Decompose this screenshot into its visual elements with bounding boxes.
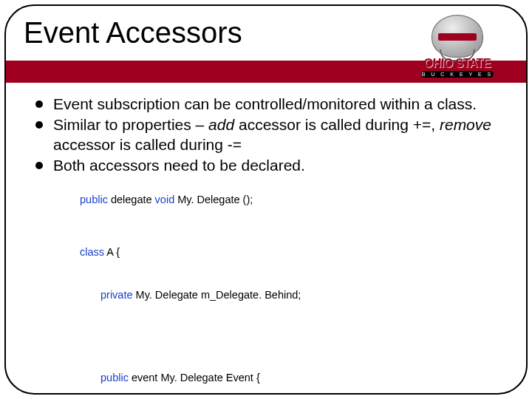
bullet-2-text-b: accessor is called during +=, xyxy=(234,116,440,133)
code-line-3: private My. Delegate m_Delegate. Behind; xyxy=(80,288,504,303)
code-blank xyxy=(80,332,504,342)
bullet-2-text-a: Similar to properties – xyxy=(53,116,208,133)
bullet-2-text-c: accessor is called during -= xyxy=(53,136,242,153)
logo-line2: B U C K E Y E S xyxy=(421,71,494,78)
bullet-3-text: Both accessors need to be declared. xyxy=(53,157,305,174)
slide-frame: Event Accessors OHIO STATE B U C K E Y E… xyxy=(4,4,528,395)
helmet-icon xyxy=(432,15,483,58)
bullet-1: Event subscription can be controlled/mon… xyxy=(35,95,504,114)
bullet-1-text: Event subscription can be controlled/mon… xyxy=(53,95,477,112)
bullet-2: Similar to properties – add accessor is … xyxy=(35,115,504,154)
bullet-2-remove: remove xyxy=(440,116,491,133)
bullet-list: Event subscription can be controlled/mon… xyxy=(35,95,504,175)
code-line-1: public delegate void My. Delegate (); xyxy=(80,193,504,208)
ohio-state-logo: OHIO STATE B U C K E Y E S xyxy=(402,13,513,80)
bullet-3: Both accessors need to be declared. xyxy=(35,156,504,175)
logo-text: OHIO STATE B U C K E Y E S xyxy=(402,58,513,78)
content-area: Event subscription can be controlled/mon… xyxy=(35,95,504,395)
logo-line1: OHIO STATE xyxy=(402,58,513,69)
code-area: public delegate void My. Delegate (); cl… xyxy=(80,193,504,395)
code-line-2: class A { xyxy=(80,245,504,260)
code-line-4: public event My. Delegate Event { xyxy=(80,371,504,386)
code-block-class: class A { private My. Delegate m_Delegat… xyxy=(80,216,504,395)
bullet-2-add: add xyxy=(208,116,234,133)
